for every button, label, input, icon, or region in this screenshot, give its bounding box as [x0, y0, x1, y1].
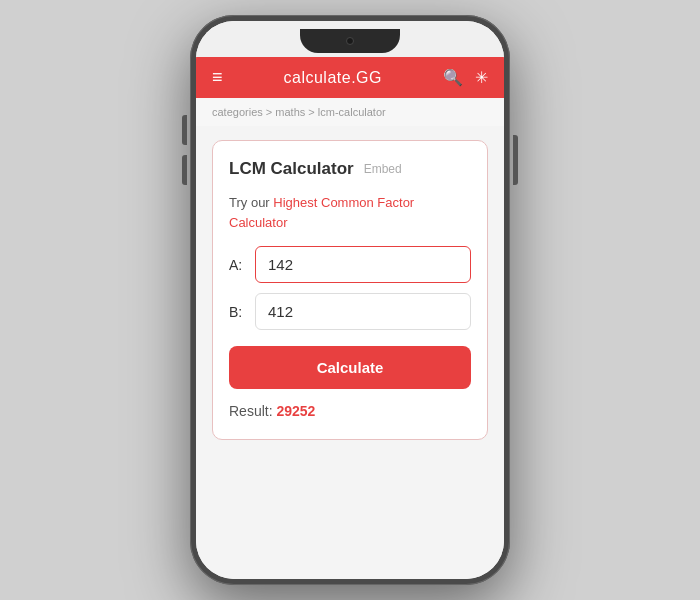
logo-text-accent: GG: [356, 69, 382, 86]
notch: [300, 29, 400, 53]
theme-icon[interactable]: ✳: [475, 68, 488, 87]
result-label: Result:: [229, 403, 276, 419]
breadcrumb-lcm[interactable]: lcm-calculator: [318, 106, 386, 118]
breadcrumb: categories > maths > lcm-calculator: [196, 98, 504, 126]
side-button-power: [513, 135, 518, 185]
notch-bar: [196, 21, 504, 57]
side-button-volume-down: [182, 155, 187, 185]
hcf-text-before: Try our: [229, 195, 273, 210]
input-row-b: B:: [229, 293, 471, 330]
logo-text-main: calculate.: [284, 69, 357, 86]
breadcrumb-sep2: >: [305, 106, 318, 118]
label-b: B:: [229, 304, 247, 320]
breadcrumb-maths[interactable]: maths: [275, 106, 305, 118]
input-row-a: A:: [229, 246, 471, 283]
input-a[interactable]: [255, 246, 471, 283]
menu-icon[interactable]: ≡: [212, 67, 223, 88]
header-icons: 🔍 ✳: [443, 68, 488, 87]
result-value: 29252: [276, 403, 315, 419]
main-content: LCM Calculator Embed Try our Highest Com…: [196, 126, 504, 579]
input-b[interactable]: [255, 293, 471, 330]
calculator-card: LCM Calculator Embed Try our Highest Com…: [212, 140, 488, 440]
search-icon[interactable]: 🔍: [443, 68, 463, 87]
breadcrumb-categories[interactable]: categories: [212, 106, 263, 118]
phone-screen: ≡ calculate.GG 🔍 ✳ categories > maths > …: [196, 21, 504, 579]
label-a: A:: [229, 257, 247, 273]
app-header: ≡ calculate.GG 🔍 ✳: [196, 57, 504, 98]
embed-badge[interactable]: Embed: [364, 162, 402, 176]
app-logo: calculate.GG: [284, 67, 382, 88]
breadcrumb-sep1: >: [263, 106, 276, 118]
camera-dot: [346, 37, 354, 45]
calculate-button[interactable]: Calculate: [229, 346, 471, 389]
calculator-title: LCM Calculator: [229, 159, 354, 179]
hcf-promo: Try our Highest Common Factor Calculator: [229, 193, 471, 232]
side-button-volume-up: [182, 115, 187, 145]
phone-frame: ≡ calculate.GG 🔍 ✳ categories > maths > …: [190, 15, 510, 585]
card-header: LCM Calculator Embed: [229, 159, 471, 179]
result-row: Result: 29252: [229, 403, 471, 419]
